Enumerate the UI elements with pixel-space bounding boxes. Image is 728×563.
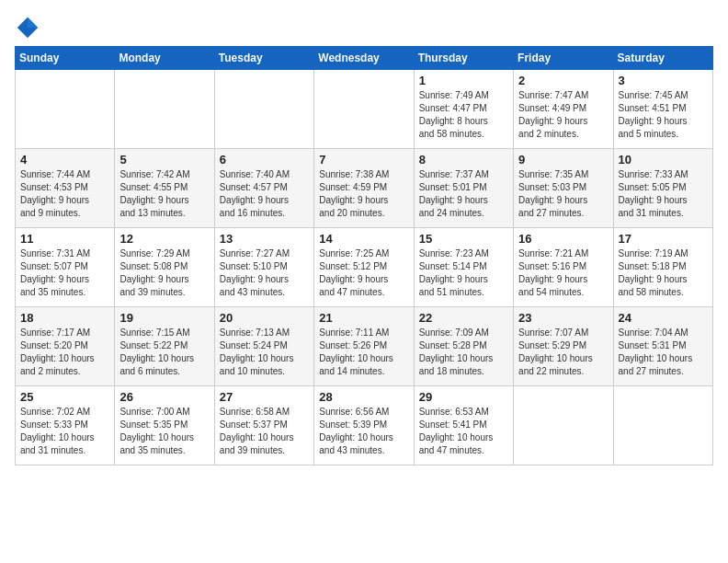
day-number: 8 — [419, 153, 508, 167]
calendar-cell: 21Sunrise: 7:11 AM Sunset: 5:26 PM Dayli… — [314, 307, 414, 386]
calendar-cell — [115, 70, 214, 149]
calendar-cell — [314, 70, 414, 149]
logo-icon — [15, 15, 40, 40]
day-number: 11 — [20, 232, 109, 246]
day-number: 29 — [419, 390, 508, 404]
day-info: Sunrise: 7:15 AM Sunset: 5:22 PM Dayligh… — [119, 327, 209, 378]
day-number: 26 — [119, 390, 209, 404]
weekday-row: SundayMondayTuesdayWednesdayThursdayFrid… — [16, 47, 713, 70]
day-info: Sunrise: 6:58 AM Sunset: 5:37 PM Dayligh… — [220, 406, 309, 457]
day-info: Sunrise: 6:53 AM Sunset: 5:41 PM Dayligh… — [419, 406, 508, 457]
calendar-cell: 9Sunrise: 7:35 AM Sunset: 5:03 PM Daylig… — [514, 149, 613, 228]
calendar-cell: 6Sunrise: 7:40 AM Sunset: 4:57 PM Daylig… — [214, 149, 313, 228]
day-info: Sunrise: 7:35 AM Sunset: 5:03 PM Dayligh… — [518, 168, 608, 220]
calendar-cell: 14Sunrise: 7:25 AM Sunset: 5:12 PM Dayli… — [314, 228, 414, 307]
calendar-week-1: 1Sunrise: 7:49 AM Sunset: 4:47 PM Daylig… — [16, 70, 713, 149]
calendar-cell: 4Sunrise: 7:44 AM Sunset: 4:53 PM Daylig… — [16, 149, 115, 228]
day-number: 4 — [20, 153, 109, 167]
weekday-header-saturday: Saturday — [613, 47, 712, 70]
calendar-cell — [514, 386, 613, 465]
weekday-header-monday: Monday — [115, 47, 214, 70]
calendar-table: SundayMondayTuesdayWednesdayThursdayFrid… — [15, 46, 713, 465]
calendar-cell: 25Sunrise: 7:02 AM Sunset: 5:33 PM Dayli… — [16, 386, 115, 465]
day-number: 5 — [119, 153, 209, 167]
logo — [15, 15, 44, 40]
weekday-header-tuesday: Tuesday — [214, 47, 313, 70]
day-info: Sunrise: 7:21 AM Sunset: 5:16 PM Dayligh… — [518, 247, 608, 299]
day-number: 28 — [319, 390, 408, 404]
calendar-cell: 15Sunrise: 7:23 AM Sunset: 5:14 PM Dayli… — [414, 228, 513, 307]
calendar-cell: 22Sunrise: 7:09 AM Sunset: 5:28 PM Dayli… — [414, 307, 513, 386]
day-info: Sunrise: 7:19 AM Sunset: 5:18 PM Dayligh… — [619, 247, 708, 299]
day-number: 24 — [619, 311, 708, 325]
day-info: Sunrise: 7:45 AM Sunset: 4:51 PM Dayligh… — [619, 89, 708, 141]
day-number: 10 — [619, 153, 708, 167]
day-info: Sunrise: 7:37 AM Sunset: 5:01 PM Dayligh… — [419, 168, 508, 220]
day-info: Sunrise: 7:27 AM Sunset: 5:10 PM Dayligh… — [220, 247, 309, 299]
day-number: 17 — [619, 232, 708, 246]
day-info: Sunrise: 7:17 AM Sunset: 5:20 PM Dayligh… — [20, 327, 109, 378]
calendar-cell: 12Sunrise: 7:29 AM Sunset: 5:08 PM Dayli… — [115, 228, 214, 307]
calendar-body: 1Sunrise: 7:49 AM Sunset: 4:47 PM Daylig… — [16, 70, 713, 465]
day-info: Sunrise: 7:42 AM Sunset: 4:55 PM Dayligh… — [119, 168, 209, 220]
calendar-week-3: 11Sunrise: 7:31 AM Sunset: 5:07 PM Dayli… — [16, 228, 713, 307]
day-number: 16 — [518, 232, 608, 246]
calendar-header: SundayMondayTuesdayWednesdayThursdayFrid… — [16, 47, 713, 70]
calendar-week-4: 18Sunrise: 7:17 AM Sunset: 5:20 PM Dayli… — [16, 307, 713, 386]
day-number: 25 — [20, 390, 109, 404]
calendar-cell: 23Sunrise: 7:07 AM Sunset: 5:29 PM Dayli… — [514, 307, 613, 386]
day-info: Sunrise: 7:33 AM Sunset: 5:05 PM Dayligh… — [619, 168, 708, 220]
day-info: Sunrise: 7:13 AM Sunset: 5:24 PM Dayligh… — [220, 327, 309, 378]
calendar-cell: 16Sunrise: 7:21 AM Sunset: 5:16 PM Dayli… — [514, 228, 613, 307]
calendar-cell: 11Sunrise: 7:31 AM Sunset: 5:07 PM Dayli… — [16, 228, 115, 307]
day-number: 3 — [619, 74, 708, 87]
day-info: Sunrise: 7:25 AM Sunset: 5:12 PM Dayligh… — [319, 247, 408, 299]
day-number: 27 — [220, 390, 309, 404]
calendar-cell: 19Sunrise: 7:15 AM Sunset: 5:22 PM Dayli… — [115, 307, 214, 386]
day-number: 7 — [319, 153, 408, 167]
day-info: Sunrise: 7:02 AM Sunset: 5:33 PM Dayligh… — [20, 406, 109, 457]
calendar-cell: 13Sunrise: 7:27 AM Sunset: 5:10 PM Dayli… — [214, 228, 313, 307]
day-info: Sunrise: 7:47 AM Sunset: 4:49 PM Dayligh… — [518, 89, 608, 141]
day-number: 23 — [518, 311, 608, 325]
calendar-cell — [16, 70, 115, 149]
day-info: Sunrise: 7:07 AM Sunset: 5:29 PM Dayligh… — [518, 327, 608, 378]
day-number: 14 — [319, 232, 408, 246]
day-info: Sunrise: 7:38 AM Sunset: 4:59 PM Dayligh… — [319, 168, 408, 220]
calendar-cell — [613, 386, 712, 465]
day-number: 20 — [220, 311, 309, 325]
day-info: Sunrise: 7:44 AM Sunset: 4:53 PM Dayligh… — [20, 168, 109, 220]
calendar-cell: 20Sunrise: 7:13 AM Sunset: 5:24 PM Dayli… — [214, 307, 313, 386]
calendar-cell: 28Sunrise: 6:56 AM Sunset: 5:39 PM Dayli… — [314, 386, 414, 465]
day-info: Sunrise: 7:04 AM Sunset: 5:31 PM Dayligh… — [619, 327, 708, 378]
day-info: Sunrise: 7:31 AM Sunset: 5:07 PM Dayligh… — [20, 247, 109, 299]
calendar-cell: 29Sunrise: 6:53 AM Sunset: 5:41 PM Dayli… — [414, 386, 513, 465]
day-number: 22 — [419, 311, 508, 325]
weekday-header-sunday: Sunday — [16, 47, 115, 70]
day-info: Sunrise: 7:00 AM Sunset: 5:35 PM Dayligh… — [119, 406, 209, 457]
page-header — [15, 15, 713, 40]
weekday-header-wednesday: Wednesday — [314, 47, 414, 70]
day-number: 13 — [220, 232, 309, 246]
day-number: 1 — [419, 74, 508, 87]
calendar-cell: 10Sunrise: 7:33 AM Sunset: 5:05 PM Dayli… — [613, 149, 712, 228]
day-info: Sunrise: 7:11 AM Sunset: 5:26 PM Dayligh… — [319, 327, 408, 378]
calendar-cell: 24Sunrise: 7:04 AM Sunset: 5:31 PM Dayli… — [613, 307, 712, 386]
day-info: Sunrise: 6:56 AM Sunset: 5:39 PM Dayligh… — [319, 406, 408, 457]
calendar-cell: 8Sunrise: 7:37 AM Sunset: 5:01 PM Daylig… — [414, 149, 513, 228]
day-number: 21 — [319, 311, 408, 325]
calendar-week-2: 4Sunrise: 7:44 AM Sunset: 4:53 PM Daylig… — [16, 149, 713, 228]
day-number: 9 — [518, 153, 608, 167]
weekday-header-thursday: Thursday — [414, 47, 513, 70]
day-number: 18 — [20, 311, 109, 325]
day-number: 2 — [518, 74, 608, 87]
calendar-cell: 27Sunrise: 6:58 AM Sunset: 5:37 PM Dayli… — [214, 386, 313, 465]
calendar-cell: 1Sunrise: 7:49 AM Sunset: 4:47 PM Daylig… — [414, 70, 513, 149]
day-info: Sunrise: 7:09 AM Sunset: 5:28 PM Dayligh… — [419, 327, 508, 378]
calendar-cell: 26Sunrise: 7:00 AM Sunset: 5:35 PM Dayli… — [115, 386, 214, 465]
calendar-cell — [214, 70, 313, 149]
calendar-cell: 18Sunrise: 7:17 AM Sunset: 5:20 PM Dayli… — [16, 307, 115, 386]
calendar-week-5: 25Sunrise: 7:02 AM Sunset: 5:33 PM Dayli… — [16, 386, 713, 465]
calendar-cell: 2Sunrise: 7:47 AM Sunset: 4:49 PM Daylig… — [514, 70, 613, 149]
calendar-cell: 17Sunrise: 7:19 AM Sunset: 5:18 PM Dayli… — [613, 228, 712, 307]
